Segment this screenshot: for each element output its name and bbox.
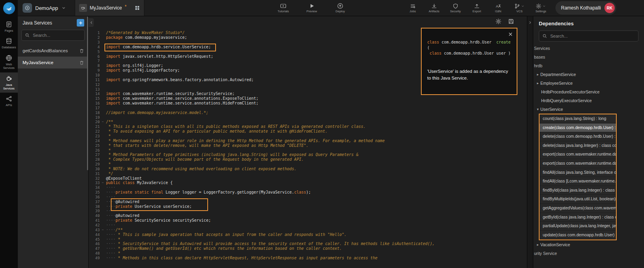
service-item-label: MyJavaService [23, 60, 53, 65]
line-number: 45 [89, 237, 100, 241]
service-search-box [21, 30, 85, 41]
code-line: 41····private SecurityService securitySe… [89, 218, 528, 223]
sidebar-item-databases[interactable]: Databases [0, 35, 18, 51]
dependency-item-label: UserService [540, 107, 563, 112]
left-nav: PagesDatabasesWeb ServicesJava ServicesA… [0, 0, 18, 268]
chevron-right-icon[interactable]: ▸ [535, 243, 540, 247]
code-editor[interactable]: 1/*Generated by WaveMaker Studio*/2packa… [89, 16, 528, 268]
topbar-action-tutorials[interactable]: Tutorials [274, 3, 292, 13]
dependency-method[interactable]: getById(class java.lang.Integer) : class… [540, 213, 616, 222]
collapse-right-panel-button[interactable] [528, 19, 532, 26]
editor-settings-gear-icon[interactable] [495, 18, 502, 25]
sidebar-item-web-services[interactable]: Web Services [0, 52, 18, 72]
service-search-input[interactable] [32, 32, 81, 38]
sidebar-item-pages[interactable]: Pages [0, 18, 18, 35]
java-services-panel: Java Services getCardsAndBalancesMyJavaS… [18, 16, 89, 268]
dependency-item[interactable]: urity Service [533, 249, 644, 258]
chevron-right-icon[interactable]: ▸ [535, 72, 540, 76]
fold-marker-icon[interactable]: − [100, 181, 106, 184]
sidebar-item-java-services[interactable]: Java Services [0, 72, 18, 93]
line-number: 28 [89, 157, 100, 162]
sidebar-item-label: APIs [6, 103, 12, 107]
line-number: 42 [89, 223, 100, 227]
line-number: 22 [89, 129, 100, 133]
chevron-down-icon[interactable] [61, 6, 66, 10]
code-line: 18//import com.demoapp.myjavaservice.mod… [89, 110, 528, 115]
line-number: 26 [89, 148, 100, 152]
close-icon[interactable] [508, 32, 513, 37]
dependency-method[interactable]: getAggregatedValues(class com.wavemak [540, 204, 616, 213]
trash-icon[interactable] [79, 60, 84, 65]
topbar-action-vcs[interactable]: VCS [510, 3, 528, 13]
chevron-down-icon [521, 4, 525, 8]
trash-icon[interactable] [79, 48, 84, 53]
panel-scrollbar[interactable] [87, 17, 88, 170]
topbar-action-artifacts[interactable]: Artifacts [425, 3, 443, 13]
dependency-method[interactable]: export(class com.wavemaker.runtime.data [540, 159, 616, 168]
wavemaker-logo-icon[interactable] [3, 2, 15, 14]
fold-marker-icon[interactable]: − [100, 120, 106, 124]
dependency-item[interactable]: hrdb [533, 61, 644, 70]
dependency-method[interactable]: count(class java.lang.String) : long [540, 114, 616, 124]
user-pill[interactable]: Ramesh Kothapalli RK [555, 1, 616, 15]
dependency-method[interactable]: update(class com.demoapp.hrdb.User) : cl [540, 231, 616, 240]
save-icon[interactable] [508, 18, 514, 25]
line-number: 14 [89, 91, 100, 96]
dependency-method[interactable]: findAll(class [Lcom.wavemaker.runtime.da [540, 177, 616, 186]
topbar-action-export[interactable]: Export [468, 3, 486, 13]
service-item-label: getCardsAndBalances [23, 48, 68, 53]
service-item[interactable]: getCardsAndBalances [18, 45, 88, 57]
topbar-action-deploy[interactable]: Deploy [331, 3, 349, 13]
line-number: 35 [89, 190, 100, 194]
grid-icon[interactable] [134, 5, 140, 11]
dependency-item[interactable]: HrdbQueryExecutorService [533, 96, 644, 105]
line-number: 7 [89, 59, 100, 63]
dependency-method[interactable]: delete(class java.lang.Integer) : class … [540, 141, 616, 150]
topbar-action-security[interactable]: Security [446, 3, 464, 13]
dependency-method[interactable]: findById(class java.lang.Integer) : clas… [540, 186, 616, 195]
line-number: 40 [89, 213, 100, 218]
fold-marker-icon[interactable]: − [100, 228, 106, 232]
dependency-item[interactable]: ▾UserService [533, 105, 644, 114]
dependency-item[interactable]: Services [533, 44, 644, 53]
line-number: 6 [89, 54, 100, 59]
dependency-item[interactable]: ▸VacationService [533, 240, 644, 249]
dependency-method[interactable]: delete(class com.demoapp.hrdb.User) : vo [540, 132, 616, 141]
gear-icon [536, 3, 542, 9]
line-number: 3 [89, 40, 100, 44]
popup-message: 'UserService' is added as a dependency t… [427, 68, 511, 81]
line-number: 47 [89, 246, 100, 251]
dependency-item[interactable]: bases [533, 53, 644, 61]
line-number: 38 [89, 204, 100, 209]
dependency-item[interactable]: ▸EmployeeService [533, 79, 644, 87]
sidebar-item-apis[interactable]: APIs [0, 93, 18, 109]
app-icon [23, 3, 32, 13]
dependencies-search-input[interactable] [549, 33, 635, 39]
dependency-method[interactable]: export(class com.wavemaker.runtime.data [540, 150, 616, 159]
service-item[interactable]: MyJavaService [18, 57, 88, 68]
dependency-item[interactable]: ▸DepartmentService [533, 70, 644, 79]
chevron-right-icon[interactable]: ▸ [535, 81, 540, 85]
collapse-left-panel-button[interactable] [89, 18, 94, 27]
topbar-action-i18n[interactable]: AI18N [489, 3, 507, 13]
topbar-action-preview[interactable]: Preview [303, 3, 321, 13]
tab-myjavaservice[interactable]: MyJavaService * [79, 4, 132, 12]
dependency-method[interactable]: partialUpdate(class java.lang.Integer, j… [540, 222, 616, 231]
chevron-down-icon[interactable]: ▾ [535, 107, 540, 111]
code-line: 27 * Method Parameters of type primitive… [89, 152, 528, 157]
dependency-method[interactable]: findAll(class java.lang.String, interfac… [540, 168, 616, 177]
topbar-action-jobs[interactable]: Jobs [403, 3, 422, 13]
dependency-method[interactable]: findByMultipleIds(java.util.List, boolea… [540, 195, 616, 204]
video-icon [280, 3, 286, 9]
code-line: 16import com.wavemaker.runtime.service.a… [89, 101, 528, 106]
topbar-action-label: Jobs [409, 10, 416, 13]
app-selector[interactable]: DemoApp [23, 3, 66, 13]
deploy-icon [337, 3, 343, 9]
code-line: 33−public class MyJavaService { [89, 181, 528, 185]
dependency-method[interactable]: create(class com.demoapp.hrdb.User) : cl… [540, 124, 616, 133]
topbar-action-settings[interactable]: Settings [532, 3, 550, 13]
dependency-item[interactable]: HrdbProcedureExecutorService [533, 87, 644, 96]
user-name: Ramesh Kothapalli [561, 5, 601, 11]
add-java-service-button[interactable] [77, 19, 84, 27]
code-line: 22 * To avoid exposing an API for a part… [89, 129, 528, 134]
